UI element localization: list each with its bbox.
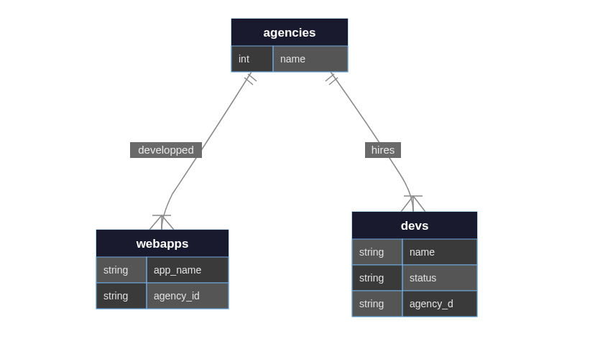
svg-line-3 xyxy=(149,215,162,230)
devs-row0-name: name xyxy=(410,246,435,258)
entity-devs-title: devs xyxy=(401,219,429,233)
webapps-row1-name: agency_id xyxy=(154,290,200,302)
entity-webapps-title: webapps xyxy=(136,237,189,251)
entity-devs: devs string name string status string ag… xyxy=(352,212,477,317)
relation-label-developped: developped xyxy=(138,144,194,156)
svg-rect-16 xyxy=(231,46,273,72)
svg-line-8 xyxy=(329,78,338,85)
devs-row2-type: string xyxy=(359,298,384,309)
svg-line-7 xyxy=(326,74,334,81)
entity-agencies: agencies int name xyxy=(231,19,348,72)
webapps-row0-name: app_name xyxy=(154,264,201,276)
relation-label-hires: hires xyxy=(372,144,395,156)
webapps-row0-type: string xyxy=(103,264,128,276)
devs-row1-type: string xyxy=(359,272,384,284)
webapps-row1-type: string xyxy=(103,290,128,302)
devs-row0-type: string xyxy=(359,246,384,258)
agencies-row0-name: name xyxy=(280,53,305,65)
svg-line-12 xyxy=(413,196,425,212)
svg-line-10 xyxy=(401,196,413,212)
relation-hires: hires xyxy=(326,72,425,212)
er-diagram: developped hires agencies int name webap… xyxy=(0,0,595,364)
agencies-row0-type: int xyxy=(239,53,249,65)
svg-line-1 xyxy=(248,74,257,81)
entity-webapps: webapps string app_name string agency_id xyxy=(96,230,229,309)
relation-developped: developped xyxy=(130,72,257,230)
devs-row1-name: status xyxy=(410,272,436,284)
svg-line-5 xyxy=(162,215,174,230)
devs-row2-name: agency_d xyxy=(410,298,453,309)
entity-agencies-title: agencies xyxy=(264,26,316,39)
